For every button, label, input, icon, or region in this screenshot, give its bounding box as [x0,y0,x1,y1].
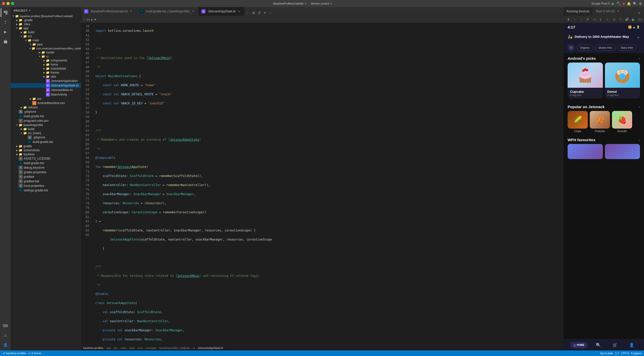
tree-item-root-gradle[interactable]: ▶ G build.gradle.kts [11,161,81,165]
breadcrumb-item[interactable]: baseline-profiles [83,346,103,349]
tab-overflow-btn[interactable]: ⋯ [245,10,251,16]
split-editor-btn[interactable]: ⊞ [251,10,256,16]
tree-item-res[interactable]: ▶ 📁 res [11,97,81,101]
problems-icon[interactable]: ⚠ [1,331,10,340]
project-dropdown-icon[interactable]: ▼ [305,2,307,5]
tree-item-bp-gitignore[interactable]: ▶ G .gitignore [11,135,81,140]
tree-item-package[interactable]: ▼ 📁 com.example.baselineprofiles_codel [11,46,81,50]
breadcrumb-item[interactable]: src [114,346,118,349]
tree-item-mainactivity[interactable]: ▶ K MainActivity [11,92,81,97]
portrait-btn[interactable]: ▭ [592,17,597,22]
tab-close-icon[interactable]: ✕ [616,9,620,13]
tree-item-model[interactable]: ▶ 📁 model [11,50,81,54]
notification-icon[interactable]: 🔔 [627,2,631,6]
home-nav-btn[interactable]: ○ [605,17,610,22]
tree-item-manifest[interactable]: ▶ X AndroidManifest.xml [11,101,81,105]
delivery-expand-icon[interactable]: ⌄ [637,35,640,39]
tree-item-bp-gradle[interactable]: ▶ G build.gradle.kts [11,140,81,144]
menu-btn[interactable]: □ [618,17,623,22]
tree-item-app[interactable]: ▼ 📁 app [11,26,81,30]
vcs-icon[interactable] [1,18,10,27]
breadcrumb-item[interactable]: baselineprofiles_codelab [159,346,190,349]
landscape-btn[interactable]: ▯ [598,17,604,22]
tree-item-bp-build[interactable]: ▶ 📁 build [11,127,81,131]
chips-item[interactable]: 🌽 Chips [568,111,588,133]
code-editor[interactable]: 3940414243 4445464748 4950515253 5455565… [81,23,563,345]
tree-item-main[interactable]: ▼ 📁 main [11,38,81,42]
tree-item-idea[interactable]: ▶ 📁 .idea [11,22,81,26]
tree-item-gradlewbat[interactable]: ▶ T gradlew.bat [11,179,81,184]
maximize-button[interactable] [11,2,14,5]
vc-dropdown-icon[interactable]: ▼ [330,2,332,5]
tab-close-icon[interactable]: ✕ [237,9,241,13]
cupcake-card[interactable]: Cupcake A tag line [568,63,603,99]
breadcrumb-item[interactable]: JetsnackAppState.kt [198,346,223,349]
tree-item-components[interactable]: ▶ 📁 components [11,58,81,63]
breadcrumb-item[interactable]: example [146,346,156,349]
tree-item-settings[interactable]: ▶ G settings.gradle.kts [11,188,81,193]
tree-item-home[interactable]: ▶ 📁 home [11,63,81,67]
wfh-card-2[interactable] [605,144,640,159]
tree-item-build[interactable]: ▶ 📁 build [11,30,81,34]
breadcrumb-item[interactable]: main [121,346,127,349]
stop-button[interactable]: ■ [623,2,625,6]
tree-item-proguard[interactable]: ▶ T proguard-rules.pro [11,118,81,123]
tree-item-localprops[interactable]: ▶ T local.properties [11,184,81,188]
tree-item-buildgradle[interactable]: ▶ G build.gradle.kts [11,114,81,118]
tab-close-icon[interactable]: ✕ [129,9,133,13]
popular-arrow-icon[interactable]: › [639,105,640,109]
tab-jetsnackappstate[interactable]: K JetsnackAppState.kt ✕ [198,7,244,16]
android-icon[interactable]: 🤖 [1,37,10,46]
more-btn[interactable]: ⋯ [268,10,273,16]
wfh-arrow-icon[interactable]: › [639,138,640,142]
forward-btn[interactable]: → [579,17,584,22]
tree-item-jetsnackmain[interactable]: ▶ K JetsnackMain.kt [11,88,81,92]
profile-icon[interactable]: 👤 [1,340,10,349]
nav-home-btn[interactable]: ⌂ HOME [570,342,588,348]
tree-item-keystore[interactable]: ▶ T debug.keystore [11,165,81,170]
smoothie-item[interactable]: 🍓 Smooth [612,111,632,133]
tree-item-screenshots[interactable]: ▶ 📁 screenshots [11,148,81,152]
section-arrow-icon[interactable]: › [639,56,640,61]
toggle-btn[interactable]: ☰ [256,10,262,16]
explorer-icon[interactable] [1,8,10,17]
tree-item-ui[interactable]: ▼ 📁 ui [11,54,81,58]
tab-close-icon[interactable]: ✕ [191,9,195,13]
tree-item-gradle-folder[interactable]: ▶ 📁 gradle [11,144,81,148]
breadcrumb-item[interactable]: ui [193,346,195,349]
breadcrumb-item[interactable]: com [138,346,143,349]
tree-item-jetsnackappstate[interactable]: ▶ K JetsnackAppState.kt [11,83,81,88]
filter-icon[interactable]: ⊟ [568,44,575,51]
nav-profile-btn[interactable]: 👤 [626,342,637,348]
add-device-btn[interactable]: + [636,10,642,16]
close-tab-btn[interactable]: ✕ [262,10,268,16]
close-button[interactable] [2,2,5,5]
vc-title[interactable]: Version control ▼ [311,2,333,5]
filter-gluten-free[interactable]: Gluten-free [595,44,616,51]
project-dropdown-icon[interactable]: ▼ [28,9,31,12]
vol-down-btn[interactable]: 🔉 [631,17,636,22]
tree-item-utils[interactable]: ▶ 📁 utils [11,75,81,79]
tree-item-src[interactable]: ▼ 📁 src [11,34,81,38]
power-btn[interactable]: ⏸ [566,17,571,22]
tree-item-theme[interactable]: ▶ 📁 theme [11,71,81,75]
tree-item-release[interactable]: ▶ 📁 release [11,105,81,109]
nav-search-btn[interactable]: 🔍 [593,342,604,348]
rotate-btn[interactable]: ⟳ [585,17,591,22]
tree-item-jetsnackapplication[interactable]: ▶ K JetsnackApplication [11,79,81,83]
settings-icon[interactable]: ⚙ [639,2,642,6]
tree-item-assets[interactable]: ▶ T ASSETS_LICENSE [11,156,81,161]
build-button[interactable]: 🔨 [617,2,621,6]
tree-item-spotless[interactable]: ▶ 📁 spotless [11,152,81,156]
breadcrumb-item[interactable]: java [130,346,135,349]
terminal-icon[interactable]: ⌨ [1,321,10,330]
tree-item-baselineprofile[interactable]: ▼ 📁 baselineprofile [11,123,81,127]
filter-organic[interactable]: Organic [577,44,593,51]
tree-root[interactable]: ▼ 📁 baseline-profiles [BaselineProfilesC… [11,14,81,18]
back-nav-btn[interactable]: ◁ [611,17,617,22]
tab-buildgradle[interactable]: G build.gradle.kts (:baselineprofile) ✕ [136,7,198,16]
vol-up-btn[interactable]: 🔊 [624,17,630,22]
tree-item-bp-src[interactable]: ▼ 📁 src [main] [11,131,81,135]
tree-item-gitignore[interactable]: ▶ G .gitignore [11,109,81,114]
breadcrumb-item[interactable]: app [106,346,111,349]
